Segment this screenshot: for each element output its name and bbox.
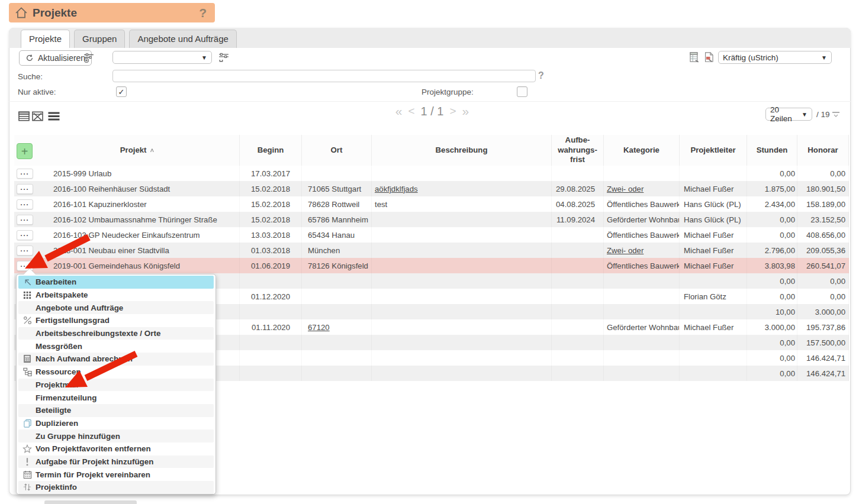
cell-kategorie[interactable]: Zwei- oder <box>604 181 680 196</box>
row-actions-button[interactable]: ... <box>17 169 33 179</box>
row-menu-cell: ... <box>14 196 36 212</box>
cell-value: 04.08.2025 <box>556 200 595 209</box>
menu-item-aufgabe-für-projekt-hinzufügen[interactable]: Aufgabe für Projekt hinzufügen <box>18 455 214 469</box>
cell-beginn: 01.03.2018 <box>240 243 302 258</box>
home-icon <box>15 7 28 20</box>
export-spreadsheet-icon[interactable] <box>689 51 700 63</box>
search-help-icon[interactable]: ? <box>538 70 544 81</box>
table-row[interactable]: ...2016-102 Umbaumassnahme Thüringer Str… <box>14 212 849 227</box>
column-label: Beginn <box>258 146 284 156</box>
cell-value: 0,00 <box>780 169 795 178</box>
cell-beginn <box>240 366 302 381</box>
help-question-icon[interactable]: ? <box>199 6 207 20</box>
next-page-button[interactable]: > <box>449 105 456 118</box>
cell-value: 157.500,00 <box>806 338 845 347</box>
menu-item-label: Projektinfo <box>36 483 77 492</box>
table-row[interactable]: ...2018-001 Neubau einer Stadtvilla01.03… <box>14 243 849 258</box>
cell-kategorie <box>604 350 680 366</box>
cell-projekt: 2018-001 Neubau einer Stadtvilla <box>36 243 240 258</box>
tab-angebote-und-auftr-ge[interactable]: Angebote und Aufträge <box>129 30 236 48</box>
menu-item-von-projektfavoriten-entfernen[interactable]: Von Projektfavoriten entfernen <box>18 442 214 455</box>
first-page-button[interactable]: « <box>395 104 403 118</box>
context-menu: BearbeitenArbeitspaketeAngebote und Auft… <box>16 274 216 495</box>
cell-value: 2016-101 Kapuzinerkloster <box>53 200 147 209</box>
row-actions-button[interactable]: ... <box>17 245 33 256</box>
cell-value: 3.803,98 <box>765 261 795 270</box>
column-header-stunden[interactable]: Stunden <box>747 135 797 166</box>
search-input[interactable] <box>112 70 536 82</box>
table-view-icon[interactable] <box>18 110 30 122</box>
row-actions-button[interactable]: ... <box>17 199 33 209</box>
menu-item-beteiligte[interactable]: Beteiligte <box>18 404 214 417</box>
table-row[interactable]: ...2019-001 Gemeindehaus Königsfeld01.06… <box>14 258 849 273</box>
cell-frist <box>552 289 604 304</box>
menu-item-projektinfo[interactable]: Projektinfo <box>18 481 214 494</box>
cell-ort: 65434 Hanau <box>302 227 372 243</box>
project-group-checkbox[interactable] <box>517 86 527 97</box>
quick-filter-select[interactable]: ▼ <box>112 51 212 64</box>
column-label: Honorar <box>807 146 838 156</box>
column-header-ort[interactable]: Ort <box>302 135 372 166</box>
jump-to-end-icon[interactable] <box>831 109 841 119</box>
table-row[interactable]: ...2016-100 Reihenhäuser Südstadt15.02.2… <box>14 181 849 196</box>
cell-beginn <box>240 273 302 289</box>
rows-per-page-select[interactable]: 20 Zeilen ▼ <box>765 108 812 121</box>
cell-projekt: 2015-999 Urlaub <box>36 166 240 181</box>
cell-ort: 78628 Rottweil <box>302 196 372 212</box>
prev-page-button[interactable]: < <box>408 105 414 118</box>
menu-item-messgrößen[interactable]: Messgrößen <box>18 340 214 353</box>
menu-item-arbeitsbeschreibungstexte-orte[interactable]: Arbeitsbeschreibungstexte / Orte <box>18 327 214 340</box>
cell-beschreibung[interactable]: aökfjdklfjads <box>372 181 552 196</box>
menu-item-label: Messgrößen <box>36 342 82 351</box>
row-actions-button[interactable]: ... <box>17 215 33 225</box>
menu-item-zu-gruppe-hinzufügen[interactable]: Zu Gruppe hinzufügen <box>18 429 214 442</box>
add-project-button[interactable]: + <box>17 143 33 159</box>
menu-item-duplizieren[interactable]: Duplizieren <box>18 417 214 430</box>
cell-ort[interactable]: 67120 <box>302 319 372 335</box>
cell-frist <box>552 227 604 243</box>
table-row[interactable]: ...2016-103 GP Neudecker Einkaufszentrum… <box>14 227 849 243</box>
export-pdf-icon[interactable] <box>703 51 715 63</box>
menu-item-angebote-und-aufträge[interactable]: Angebote und Aufträge <box>18 301 214 314</box>
report-style-select[interactable]: Kräftig (uStrich) ▼ <box>718 51 832 64</box>
column-header-honorar[interactable]: Honorar <box>797 135 849 166</box>
cell-projektleiter <box>680 273 747 289</box>
only-active-checkbox[interactable]: ✓ <box>116 86 127 97</box>
cell-frist <box>552 304 604 319</box>
total-rows: / 19 <box>816 110 830 119</box>
cell-stunden: 10,00 <box>747 304 797 319</box>
menu-item-ressourcen[interactable]: Ressourcen <box>18 366 214 379</box>
menu-item-projektmail[interactable]: Projektmail <box>18 379 214 392</box>
column-header-projektleiter[interactable]: Projektleiter <box>680 135 747 166</box>
refresh-button[interactable]: Aktualisieren <box>19 50 92 66</box>
column-header-projekt[interactable]: Projekt∧ <box>36 135 240 166</box>
table-row[interactable]: ...2015-999 Urlaub17.03.20170,000,00 <box>14 166 849 181</box>
menu-item-nach-aufwand-abrechnen[interactable]: Nach Aufwand abrechnen <box>18 353 214 366</box>
menu-item-firmenzuteilung[interactable]: Firmenzuteilung <box>18 391 214 404</box>
menu-item-arbeitspakete[interactable]: Arbeitspakete <box>18 289 214 302</box>
column-header-kategorie[interactable]: Kategorie <box>604 135 680 166</box>
column-settings-icon[interactable] <box>218 52 229 63</box>
last-page-button[interactable]: » <box>462 104 469 118</box>
filter-add-icon[interactable] <box>83 52 94 63</box>
menu-item-bearbeiten[interactable]: Bearbeiten <box>18 276 214 289</box>
tab-projekte[interactable]: Projekte <box>21 30 70 48</box>
list-view-icon[interactable] <box>47 111 60 122</box>
menu-item-label: Arbeitsbeschreibungstexte / Orte <box>36 329 160 338</box>
cell-beginn: 01.11.2020 <box>240 319 302 335</box>
table-cancel-icon[interactable] <box>31 110 44 122</box>
column-header-beschreibung[interactable]: Beschreibung <box>372 135 552 166</box>
column-header-beginn[interactable]: Beginn <box>240 135 302 166</box>
cell-value: 01.12.2020 <box>251 292 290 301</box>
row-actions-button[interactable]: ... <box>17 184 33 194</box>
column-header-frist[interactable]: Aufbe- wahrungs- frist <box>552 135 604 166</box>
cell-kategorie[interactable]: Zwei- oder <box>604 243 680 258</box>
menu-item-fertigstellungsgrad[interactable]: Fertigstellungsgrad <box>18 314 214 327</box>
table-row[interactable]: ...2016-101 Kapuzinerkloster15.02.201878… <box>14 196 849 212</box>
cell-value: aökfjdklfjads <box>375 185 418 193</box>
menu-item-termin-für-projekt-vereinbaren[interactable]: Termin für Projekt vereinbaren <box>18 468 214 481</box>
cell-value: 15.02.2018 <box>251 185 290 193</box>
row-actions-button[interactable]: ... <box>17 230 33 240</box>
tab-gruppen[interactable]: Gruppen <box>74 30 125 48</box>
rows-per-page-value: 20 Zeilen <box>770 105 798 123</box>
